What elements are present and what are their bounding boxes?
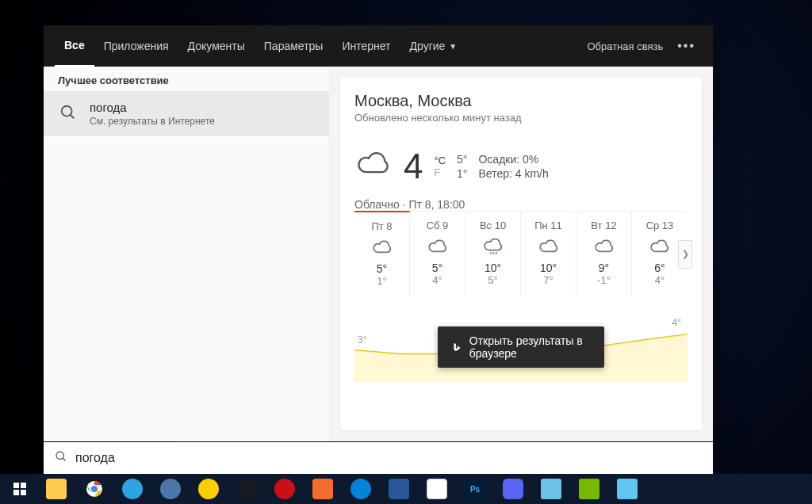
results-sidebar: Лучшее соответствие погода См. результат…	[44, 67, 329, 441]
weather-icon-cloud	[354, 146, 393, 187]
feedback-link[interactable]: Обратная связь	[579, 40, 671, 52]
taskbar-app-yandex[interactable]	[190, 474, 227, 504]
preview-pane: Москва, Москва Обновлено несколько минут…	[329, 67, 713, 441]
bing-icon	[452, 341, 462, 353]
tab-docs[interactable]: Документы	[178, 25, 255, 67]
result-subtitle: См. результаты в Интернете	[90, 116, 215, 127]
unit-f: F	[434, 166, 446, 178]
taskbar-app-telegram[interactable]	[114, 474, 151, 504]
windows-icon	[13, 483, 26, 495]
forecast-next-button[interactable]: ❯	[678, 240, 692, 269]
tab-bar: Все Приложения Документы Параметры Интер…	[44, 25, 713, 67]
open-in-browser-button[interactable]: Открыть результаты в браузере	[438, 326, 604, 368]
unit-toggle[interactable]: °C F	[434, 155, 446, 178]
taskbar-app-photoshop[interactable]: Ps	[457, 474, 493, 504]
chevron-down-icon: ▼	[449, 42, 457, 51]
cloud-icon	[593, 236, 615, 258]
location-title: Москва, Москва	[354, 92, 688, 110]
taskbar-app-chrome[interactable]	[76, 474, 113, 504]
svg-point-13	[91, 486, 98, 492]
weather-card: Москва, Москва Обновлено несколько минут…	[340, 78, 702, 430]
tab-all[interactable]: Все	[55, 25, 94, 67]
svg-rect-11	[21, 490, 26, 495]
taskbar-app-opera[interactable]	[266, 474, 303, 504]
search-panel: Все Приложения Документы Параметры Интер…	[44, 25, 713, 441]
temp-chart: 3° 3° 4° Открыть результаты в браузере	[354, 311, 688, 382]
tab-apps[interactable]: Приложения	[94, 25, 178, 67]
forecast-day[interactable]: Вс 10 10° 5°	[465, 212, 521, 296]
cloud-icon	[649, 236, 671, 258]
search-icon	[58, 102, 79, 123]
svg-line-7	[63, 458, 65, 460]
wind-label: Ветер: 4 km/h	[478, 167, 548, 180]
forecast-row: Пт 8 5° 1° Сб 9 5° 4° Вс 10 10°	[354, 211, 688, 296]
taskbar-app-paint[interactable]	[419, 474, 455, 504]
chart-point-label: 3°	[358, 334, 366, 346]
current-conditions: 4 °C F 5° 1° Осадки: 0% Ветер: 4 km/h	[354, 146, 688, 187]
chart-point-label: 4°	[672, 317, 681, 328]
start-button[interactable]	[3, 474, 36, 504]
svg-line-2	[490, 252, 491, 254]
search-icon	[55, 450, 67, 466]
cloud-icon	[371, 237, 393, 259]
svg-point-6	[56, 452, 63, 459]
taskbar-app-discord[interactable]	[495, 474, 531, 504]
forecast-day[interactable]: Сб 9 5° 4°	[410, 212, 465, 296]
tab-internet[interactable]: Интернет	[332, 25, 400, 67]
section-header-best-match: Лучшее соответствие	[44, 67, 329, 91]
panel-body: Лучшее соответствие погода См. результат…	[44, 67, 713, 441]
rain-icon	[482, 236, 504, 258]
svg-rect-10	[13, 490, 19, 495]
high-temp: 5°	[457, 153, 467, 166]
svg-rect-8	[13, 483, 19, 488]
result-title: погода	[90, 101, 215, 114]
condition-timestamp: Облачно · Пт 8, 18:00	[354, 198, 688, 211]
tab-params[interactable]: Параметры	[255, 25, 333, 67]
forecast-day[interactable]: Пн 11 10° 7°	[521, 212, 576, 296]
svg-line-4	[496, 252, 496, 254]
conditions: Осадки: 0% Ветер: 4 km/h	[478, 153, 548, 180]
taskbar-app-word[interactable]	[381, 474, 417, 504]
updated-text: Обновлено несколько минут назад	[354, 112, 688, 124]
current-temp: 4	[404, 149, 423, 184]
search-input[interactable]	[75, 451, 702, 465]
taskbar-app-vk[interactable]	[152, 474, 189, 504]
result-item-weather[interactable]: погода См. результаты в Интернете	[44, 91, 329, 136]
unit-c: °C	[434, 155, 446, 166]
tab-other[interactable]: Другие ▼	[400, 25, 467, 67]
taskbar-app-mail[interactable]	[609, 474, 645, 504]
more-menu-button[interactable]: •••	[671, 39, 702, 53]
taskbar-app-steam[interactable]	[228, 474, 265, 504]
cloud-icon	[538, 236, 560, 258]
taskbar-app-uplay[interactable]	[343, 474, 379, 504]
taskbar-app-origin[interactable]	[304, 474, 341, 504]
high-low: 5° 1°	[457, 153, 467, 180]
svg-point-0	[62, 106, 72, 116]
search-box[interactable]	[44, 442, 713, 474]
svg-rect-9	[21, 483, 26, 488]
forecast-day[interactable]: Пт 8 5° 1°	[354, 211, 410, 296]
forecast-day[interactable]: Вт 12 9° -1°	[576, 212, 632, 296]
precip-label: Осадки: 0%	[478, 153, 548, 166]
taskbar: Ps	[0, 474, 812, 504]
taskbar-app-notepad[interactable]	[533, 474, 569, 504]
taskbar-app-explorer[interactable]	[38, 474, 75, 504]
low-temp: 1°	[457, 167, 467, 180]
taskbar-app-geforce[interactable]	[571, 474, 607, 504]
svg-line-1	[71, 115, 75, 119]
cloud-icon	[427, 236, 449, 258]
svg-line-3	[493, 252, 494, 254]
open-browser-label: Открыть результаты в браузере	[469, 334, 590, 360]
tab-other-label: Другие	[410, 40, 446, 52]
